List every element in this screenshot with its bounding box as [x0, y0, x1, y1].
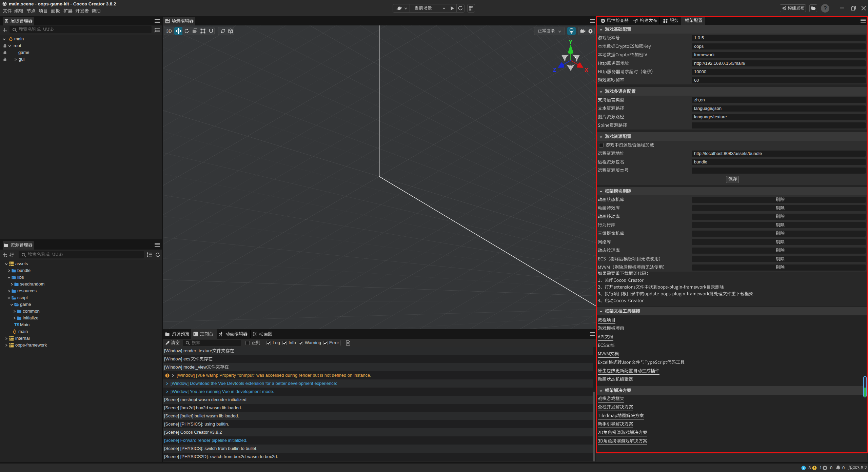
svg-text:i: i	[803, 466, 804, 470]
svg-text:X: X	[585, 67, 588, 73]
svg-text:Z: Z	[553, 67, 556, 73]
svg-text:Y: Y	[569, 39, 572, 45]
